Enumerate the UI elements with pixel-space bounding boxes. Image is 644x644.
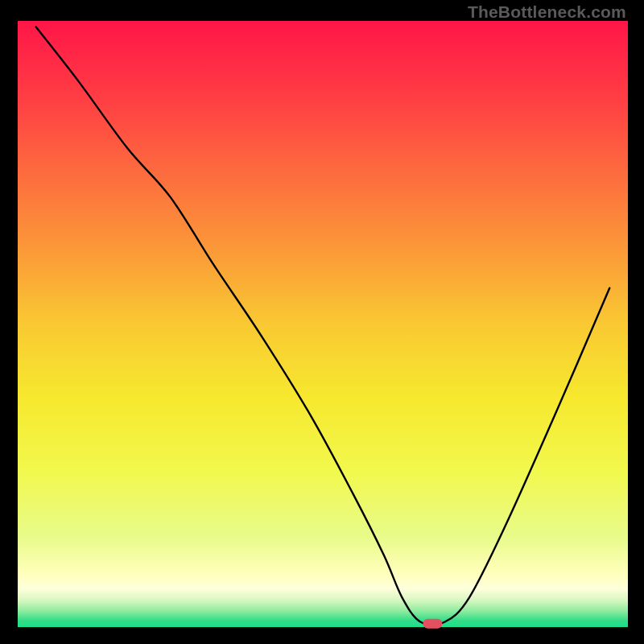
optimal-point-marker: [423, 619, 442, 629]
plot-background: [18, 21, 628, 628]
bottleneck-chart: [0, 0, 644, 644]
chart-frame: TheBottleneck.com: [0, 0, 644, 644]
watermark-text: TheBottleneck.com: [468, 2, 626, 22]
